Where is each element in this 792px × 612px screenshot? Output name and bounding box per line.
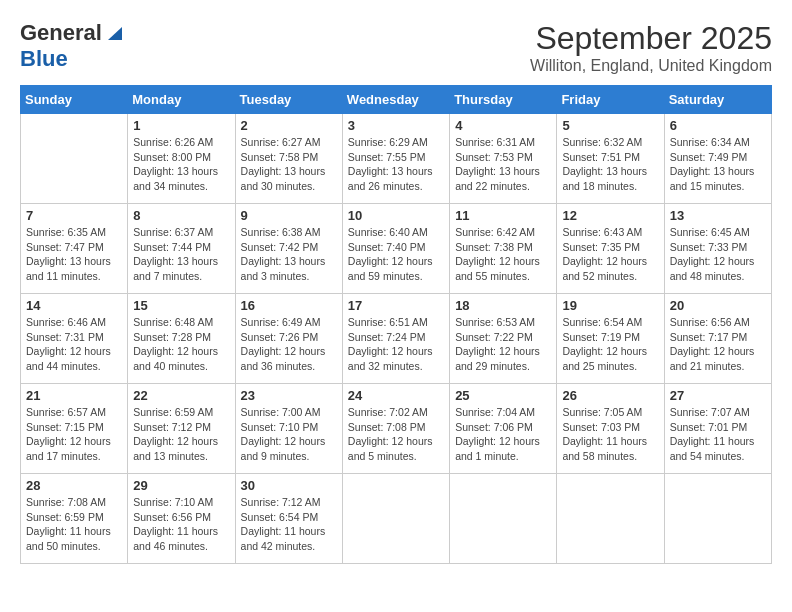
- calendar-cell: 30Sunrise: 7:12 AMSunset: 6:54 PMDayligh…: [235, 474, 342, 564]
- day-info: Sunrise: 6:51 AMSunset: 7:24 PMDaylight:…: [348, 315, 444, 374]
- day-number: 1: [133, 118, 229, 133]
- day-number: 20: [670, 298, 766, 313]
- day-info: Sunrise: 6:57 AMSunset: 7:15 PMDaylight:…: [26, 405, 122, 464]
- day-number: 12: [562, 208, 658, 223]
- calendar-cell: 26Sunrise: 7:05 AMSunset: 7:03 PMDayligh…: [557, 384, 664, 474]
- day-info: Sunrise: 7:10 AMSunset: 6:56 PMDaylight:…: [133, 495, 229, 554]
- day-number: 29: [133, 478, 229, 493]
- day-number: 27: [670, 388, 766, 403]
- calendar-cell: 24Sunrise: 7:02 AMSunset: 7:08 PMDayligh…: [342, 384, 449, 474]
- calendar-cell: 9Sunrise: 6:38 AMSunset: 7:42 PMDaylight…: [235, 204, 342, 294]
- calendar-header-friday: Friday: [557, 86, 664, 114]
- day-number: 3: [348, 118, 444, 133]
- logo: General Blue: [20, 20, 126, 72]
- day-number: 5: [562, 118, 658, 133]
- calendar-header-row: SundayMondayTuesdayWednesdayThursdayFrid…: [21, 86, 772, 114]
- calendar-header-thursday: Thursday: [450, 86, 557, 114]
- calendar-header-wednesday: Wednesday: [342, 86, 449, 114]
- calendar-cell: 19Sunrise: 6:54 AMSunset: 7:19 PMDayligh…: [557, 294, 664, 384]
- day-info: Sunrise: 6:59 AMSunset: 7:12 PMDaylight:…: [133, 405, 229, 464]
- day-info: Sunrise: 6:49 AMSunset: 7:26 PMDaylight:…: [241, 315, 337, 374]
- calendar-table: SundayMondayTuesdayWednesdayThursdayFrid…: [20, 85, 772, 564]
- calendar-cell: 2Sunrise: 6:27 AMSunset: 7:58 PMDaylight…: [235, 114, 342, 204]
- calendar-cell: [557, 474, 664, 564]
- day-info: Sunrise: 6:54 AMSunset: 7:19 PMDaylight:…: [562, 315, 658, 374]
- day-number: 7: [26, 208, 122, 223]
- day-info: Sunrise: 6:26 AMSunset: 8:00 PMDaylight:…: [133, 135, 229, 194]
- day-info: Sunrise: 6:34 AMSunset: 7:49 PMDaylight:…: [670, 135, 766, 194]
- day-info: Sunrise: 6:46 AMSunset: 7:31 PMDaylight:…: [26, 315, 122, 374]
- day-info: Sunrise: 6:42 AMSunset: 7:38 PMDaylight:…: [455, 225, 551, 284]
- calendar-cell: 23Sunrise: 7:00 AMSunset: 7:10 PMDayligh…: [235, 384, 342, 474]
- week-row-4: 21Sunrise: 6:57 AMSunset: 7:15 PMDayligh…: [21, 384, 772, 474]
- calendar-header-sunday: Sunday: [21, 86, 128, 114]
- day-number: 24: [348, 388, 444, 403]
- calendar-cell: 7Sunrise: 6:35 AMSunset: 7:47 PMDaylight…: [21, 204, 128, 294]
- day-number: 18: [455, 298, 551, 313]
- day-number: 14: [26, 298, 122, 313]
- calendar-cell: 14Sunrise: 6:46 AMSunset: 7:31 PMDayligh…: [21, 294, 128, 384]
- calendar-cell: [664, 474, 771, 564]
- day-info: Sunrise: 6:37 AMSunset: 7:44 PMDaylight:…: [133, 225, 229, 284]
- calendar-cell: [450, 474, 557, 564]
- day-info: Sunrise: 7:08 AMSunset: 6:59 PMDaylight:…: [26, 495, 122, 554]
- day-number: 15: [133, 298, 229, 313]
- day-info: Sunrise: 7:07 AMSunset: 7:01 PMDaylight:…: [670, 405, 766, 464]
- day-info: Sunrise: 7:12 AMSunset: 6:54 PMDaylight:…: [241, 495, 337, 554]
- calendar-cell: 6Sunrise: 6:34 AMSunset: 7:49 PMDaylight…: [664, 114, 771, 204]
- day-info: Sunrise: 6:31 AMSunset: 7:53 PMDaylight:…: [455, 135, 551, 194]
- day-info: Sunrise: 6:53 AMSunset: 7:22 PMDaylight:…: [455, 315, 551, 374]
- calendar-cell: 16Sunrise: 6:49 AMSunset: 7:26 PMDayligh…: [235, 294, 342, 384]
- calendar-cell: 15Sunrise: 6:48 AMSunset: 7:28 PMDayligh…: [128, 294, 235, 384]
- calendar-cell: 12Sunrise: 6:43 AMSunset: 7:35 PMDayligh…: [557, 204, 664, 294]
- day-number: 4: [455, 118, 551, 133]
- day-number: 10: [348, 208, 444, 223]
- day-info: Sunrise: 7:05 AMSunset: 7:03 PMDaylight:…: [562, 405, 658, 464]
- week-row-3: 14Sunrise: 6:46 AMSunset: 7:31 PMDayligh…: [21, 294, 772, 384]
- calendar-subtitle: Williton, England, United Kingdom: [530, 57, 772, 75]
- day-number: 8: [133, 208, 229, 223]
- calendar-cell: 28Sunrise: 7:08 AMSunset: 6:59 PMDayligh…: [21, 474, 128, 564]
- day-info: Sunrise: 7:04 AMSunset: 7:06 PMDaylight:…: [455, 405, 551, 464]
- calendar-cell: 25Sunrise: 7:04 AMSunset: 7:06 PMDayligh…: [450, 384, 557, 474]
- calendar-cell: 27Sunrise: 7:07 AMSunset: 7:01 PMDayligh…: [664, 384, 771, 474]
- day-number: 22: [133, 388, 229, 403]
- day-info: Sunrise: 6:32 AMSunset: 7:51 PMDaylight:…: [562, 135, 658, 194]
- logo-blue-text: Blue: [20, 46, 68, 71]
- day-info: Sunrise: 6:48 AMSunset: 7:28 PMDaylight:…: [133, 315, 229, 374]
- day-number: 19: [562, 298, 658, 313]
- calendar-cell: 8Sunrise: 6:37 AMSunset: 7:44 PMDaylight…: [128, 204, 235, 294]
- calendar-cell: 18Sunrise: 6:53 AMSunset: 7:22 PMDayligh…: [450, 294, 557, 384]
- calendar-cell: 29Sunrise: 7:10 AMSunset: 6:56 PMDayligh…: [128, 474, 235, 564]
- day-number: 6: [670, 118, 766, 133]
- day-number: 11: [455, 208, 551, 223]
- day-info: Sunrise: 6:38 AMSunset: 7:42 PMDaylight:…: [241, 225, 337, 284]
- day-info: Sunrise: 6:40 AMSunset: 7:40 PMDaylight:…: [348, 225, 444, 284]
- calendar-header-saturday: Saturday: [664, 86, 771, 114]
- day-number: 17: [348, 298, 444, 313]
- calendar-cell: 5Sunrise: 6:32 AMSunset: 7:51 PMDaylight…: [557, 114, 664, 204]
- page-header: General Blue September 2025 Williton, En…: [20, 20, 772, 75]
- calendar-cell: 17Sunrise: 6:51 AMSunset: 7:24 PMDayligh…: [342, 294, 449, 384]
- calendar-cell: 13Sunrise: 6:45 AMSunset: 7:33 PMDayligh…: [664, 204, 771, 294]
- title-block: September 2025 Williton, England, United…: [530, 20, 772, 75]
- day-number: 28: [26, 478, 122, 493]
- calendar-cell: [342, 474, 449, 564]
- day-number: 23: [241, 388, 337, 403]
- calendar-cell: 4Sunrise: 6:31 AMSunset: 7:53 PMDaylight…: [450, 114, 557, 204]
- day-number: 30: [241, 478, 337, 493]
- day-number: 21: [26, 388, 122, 403]
- calendar-cell: 3Sunrise: 6:29 AMSunset: 7:55 PMDaylight…: [342, 114, 449, 204]
- calendar-header-tuesday: Tuesday: [235, 86, 342, 114]
- day-info: Sunrise: 6:29 AMSunset: 7:55 PMDaylight:…: [348, 135, 444, 194]
- logo-triangle-icon: [104, 22, 126, 44]
- calendar-cell: [21, 114, 128, 204]
- day-number: 9: [241, 208, 337, 223]
- calendar-cell: 22Sunrise: 6:59 AMSunset: 7:12 PMDayligh…: [128, 384, 235, 474]
- calendar-cell: 1Sunrise: 6:26 AMSunset: 8:00 PMDaylight…: [128, 114, 235, 204]
- day-info: Sunrise: 7:02 AMSunset: 7:08 PMDaylight:…: [348, 405, 444, 464]
- day-info: Sunrise: 6:43 AMSunset: 7:35 PMDaylight:…: [562, 225, 658, 284]
- day-number: 25: [455, 388, 551, 403]
- day-info: Sunrise: 7:00 AMSunset: 7:10 PMDaylight:…: [241, 405, 337, 464]
- day-info: Sunrise: 6:45 AMSunset: 7:33 PMDaylight:…: [670, 225, 766, 284]
